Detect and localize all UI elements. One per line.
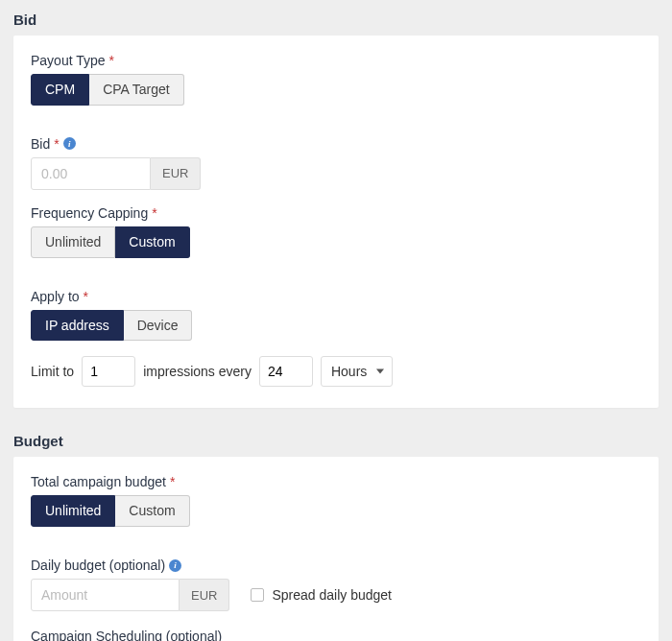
limit-interval-input[interactable] (259, 356, 313, 387)
bid-amount-input[interactable] (31, 157, 151, 190)
daily-budget-label-text: Daily budget (optional) (31, 558, 165, 573)
budget-section-title: Budget (0, 421, 672, 457)
limit-unit-select[interactable]: Hours (321, 356, 393, 387)
campaign-scheduling-field: Campaign Scheduling (optional) Campaign … (31, 629, 641, 641)
payout-type-label: Payout Type * (31, 53, 641, 68)
frequency-capping-label: Frequency Capping * (31, 205, 641, 221)
daily-budget-input[interactable] (31, 579, 180, 611)
required-asterisk: * (109, 53, 114, 68)
bid-card: Payout Type * CPM CPA Target Bid * i EUR… (13, 36, 659, 408)
budget-card: Total campaign budget * Unlimited Custom… (13, 457, 659, 641)
info-icon[interactable]: i (63, 137, 76, 150)
payout-type-cpa-button[interactable]: CPA Target (89, 74, 184, 106)
limit-prefix-text: Limit to (31, 364, 74, 379)
required-asterisk: * (152, 205, 156, 221)
frequency-capping-label-text: Frequency Capping (31, 205, 148, 221)
spread-budget-row: Spread daily budget (251, 587, 392, 603)
info-icon[interactable]: i (169, 559, 181, 572)
apply-to-field: Apply to * IP address Device (31, 289, 641, 342)
frequency-custom-button[interactable]: Custom (115, 226, 189, 258)
apply-to-ip-button[interactable]: IP address (31, 310, 124, 342)
required-asterisk: * (170, 474, 175, 489)
total-budget-custom-button[interactable]: Custom (115, 495, 189, 527)
payout-type-label-text: Payout Type (31, 53, 106, 68)
total-budget-toggle: Unlimited Custom (31, 495, 190, 527)
chevron-down-icon (376, 369, 384, 374)
campaign-scheduling-label: Campaign Scheduling (optional) (31, 629, 641, 641)
bid-label: Bid * i (31, 136, 641, 152)
payout-type-toggle: CPM CPA Target (31, 74, 184, 106)
required-asterisk: * (84, 289, 88, 304)
spread-budget-label: Spread daily budget (272, 587, 392, 603)
apply-to-label: Apply to * (31, 289, 641, 304)
bid-section-title: Bid (0, 0, 672, 36)
bid-label-text: Bid (31, 136, 50, 152)
daily-budget-label: Daily budget (optional) i (31, 558, 641, 573)
total-budget-label-text: Total campaign budget (31, 474, 166, 489)
limit-count-input[interactable] (82, 356, 135, 387)
apply-to-label-text: Apply to (31, 289, 80, 304)
daily-budget-currency-addon: EUR (180, 579, 229, 611)
frequency-capping-field: Frequency Capping * Unlimited Custom (31, 205, 641, 273)
frequency-unlimited-button[interactable]: Unlimited (31, 226, 115, 258)
frequency-capping-toggle: Unlimited Custom (31, 226, 190, 258)
bid-field: Bid * i EUR (31, 136, 641, 190)
payout-type-cpm-button[interactable]: CPM (31, 74, 89, 106)
daily-budget-field: Daily budget (optional) i EUR Spread dai… (31, 558, 641, 611)
required-asterisk: * (54, 136, 59, 152)
campaign-scheduling-label-text: Campaign Scheduling (optional) (31, 629, 222, 641)
payout-type-field: Payout Type * CPM CPA Target (31, 53, 641, 121)
spread-budget-checkbox[interactable] (251, 588, 264, 602)
apply-to-toggle: IP address Device (31, 310, 192, 342)
total-budget-unlimited-button[interactable]: Unlimited (31, 495, 115, 527)
bid-currency-addon: EUR (151, 157, 201, 190)
limit-mid-text: impressions every (143, 364, 252, 379)
limit-row: Limit to impressions every Hours (31, 356, 641, 387)
total-budget-label: Total campaign budget * (31, 474, 641, 489)
apply-to-device-button[interactable]: Device (124, 310, 193, 342)
limit-unit-value: Hours (331, 364, 367, 379)
total-budget-field: Total campaign budget * Unlimited Custom (31, 474, 641, 542)
